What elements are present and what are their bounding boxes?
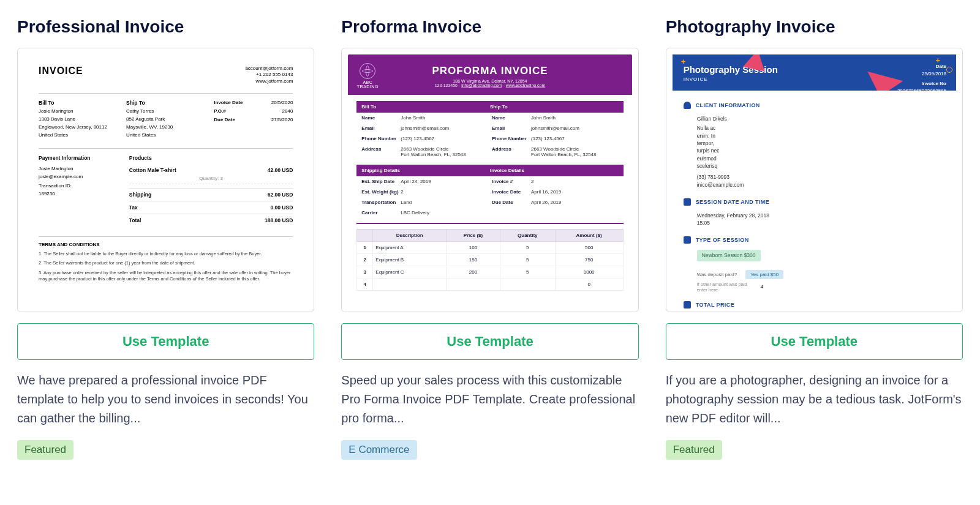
card-title: Proforma Invoice bbox=[341, 17, 638, 37]
card-description: Speed up your sales process with this cu… bbox=[341, 371, 638, 428]
line-items-table: Description Price ($) Quantity Amount ($… bbox=[356, 229, 623, 291]
section-client-info: CLIENT INFORMATION bbox=[696, 102, 760, 108]
billto-label: Bill To bbox=[39, 100, 118, 106]
calendar-icon bbox=[684, 198, 691, 206]
use-template-button[interactable]: Use Template bbox=[666, 323, 963, 360]
company-contact: account@jotform.com +1 202 555 0143 www.… bbox=[245, 65, 293, 84]
badge-featured[interactable]: Featured bbox=[17, 440, 74, 460]
template-preview[interactable]: INVOICE account@jotform.com +1 202 555 0… bbox=[17, 48, 314, 312]
products-label: Products bbox=[129, 155, 293, 161]
section-session-date: SESSION DATE AND TIME bbox=[696, 199, 769, 205]
template-card-photography-invoice: Photography Invoice + + + Photography Se… bbox=[666, 17, 963, 460]
invoice-heading: INVOICE bbox=[39, 65, 83, 84]
section-type: TYPE OF SESSION bbox=[696, 237, 749, 243]
circle-icon bbox=[946, 67, 952, 73]
template-preview[interactable]: ABC TRADING PROFORMA INVOICE 186 W Virgi… bbox=[341, 48, 638, 312]
template-card-proforma-invoice: Proforma Invoice ABC TRADING PROFORMA IN… bbox=[341, 17, 638, 460]
badge-ecommerce[interactable]: E Commerce bbox=[341, 440, 417, 460]
template-preview[interactable]: + + + Photography Session INVOICE Date25… bbox=[666, 48, 963, 312]
deposit-paid-tag: Yes paid $50 bbox=[745, 270, 783, 279]
badge-featured[interactable]: Featured bbox=[666, 440, 722, 460]
proforma-heading: PROFORMA INVOICE bbox=[391, 65, 589, 77]
section-total-price: TOTAL PRICE bbox=[696, 302, 734, 308]
card-title: Professional Invoice bbox=[17, 17, 314, 37]
card-title: Photography Invoice bbox=[666, 17, 963, 37]
logo-icon: ABC TRADING bbox=[354, 63, 381, 89]
shipto-label: Ship To bbox=[126, 100, 205, 106]
person-icon bbox=[684, 102, 691, 109]
card-description: If you are a photographer, designing an … bbox=[666, 371, 963, 428]
tag-icon bbox=[684, 236, 691, 244]
card-description: We have prepared a professional invoice … bbox=[17, 371, 314, 428]
use-template-button[interactable]: Use Template bbox=[17, 323, 314, 360]
template-card-professional-invoice: Professional Invoice INVOICE account@jot… bbox=[17, 17, 314, 460]
session-type-tag: Newborn Session $300 bbox=[697, 250, 761, 261]
payment-info-label: Payment Information bbox=[39, 155, 121, 161]
terms-heading: TERMS AND CONDITIONS bbox=[39, 242, 293, 247]
price-icon bbox=[684, 301, 691, 309]
use-template-button[interactable]: Use Template bbox=[341, 323, 638, 360]
plus-icon: + bbox=[681, 57, 686, 66]
